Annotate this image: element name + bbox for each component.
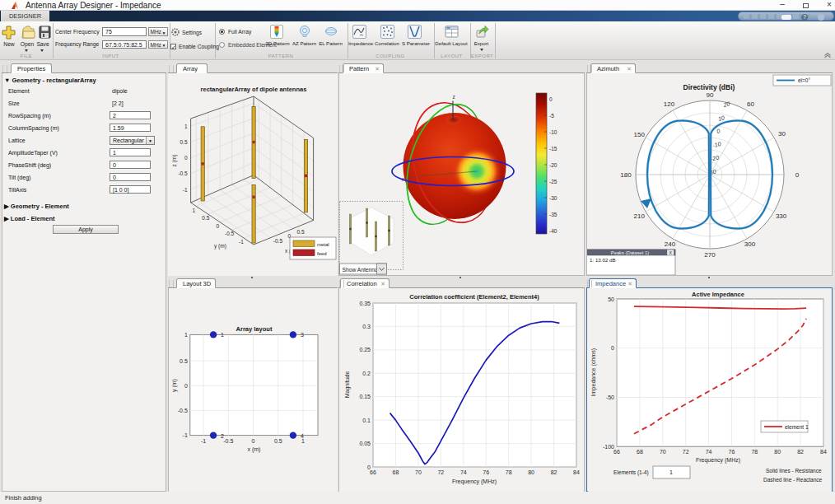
svg-text:-1: -1: [183, 432, 188, 438]
svg-text:120: 120: [664, 100, 675, 108]
svg-text:72: 72: [682, 449, 688, 455]
svg-text:82: 82: [797, 449, 804, 455]
svg-text:z: z: [452, 94, 455, 100]
svg-text:-20: -20: [549, 162, 557, 168]
svg-text:210: 210: [634, 212, 646, 220]
svg-text:1: 1: [301, 438, 305, 444]
svg-text:74: 74: [705, 449, 711, 455]
svg-text:0.35: 0.35: [359, 301, 371, 306]
svg-text:0.5: 0.5: [180, 358, 188, 364]
svg-text:z (m): z (m): [171, 155, 178, 167]
svg-text:240: 240: [665, 240, 676, 248]
svg-text:68: 68: [393, 469, 399, 475]
svg-text:80: 80: [774, 449, 781, 455]
svg-text:84: 84: [573, 469, 580, 475]
svg-text:330: 330: [776, 212, 787, 220]
svg-text:Impedance (ohms): Impedance (ohms): [590, 348, 597, 396]
svg-text:0: 0: [549, 96, 553, 102]
svg-text:Dashed line - Reactance: Dashed line - Reactance: [763, 477, 823, 483]
svg-text:0.25: 0.25: [359, 347, 371, 352]
svg-text:270: 270: [704, 251, 716, 259]
svg-text:-25: -25: [549, 179, 557, 184]
svg-text:1: 1: [192, 208, 195, 213]
svg-text:-1: -1: [201, 438, 206, 444]
svg-text:76: 76: [483, 469, 489, 475]
svg-text:metal: metal: [317, 242, 329, 247]
svg-text:50: 50: [608, 296, 614, 302]
svg-text:0: 0: [795, 171, 800, 179]
svg-text:-0.5: -0.5: [223, 438, 233, 444]
svg-text:70: 70: [415, 469, 422, 475]
svg-text:68: 68: [637, 449, 643, 455]
svg-text:-50: -50: [605, 394, 613, 400]
svg-text:60: 60: [747, 100, 754, 108]
svg-text:80: 80: [528, 469, 534, 475]
svg-text:0.5: 0.5: [180, 139, 188, 145]
svg-text:Magnitude: Magnitude: [344, 371, 351, 399]
svg-text:0: 0: [216, 223, 219, 229]
svg-text:66: 66: [613, 449, 620, 455]
svg-text:Directivity (dBi): Directivity (dBi): [683, 83, 735, 91]
svg-text:-35: -35: [549, 212, 557, 217]
svg-text:0.5: 0.5: [296, 229, 304, 235]
svg-text:Frequency (MHz): Frequency (MHz): [695, 457, 739, 464]
svg-text:0.5: 0.5: [274, 438, 282, 444]
svg-text:0: 0: [367, 464, 371, 470]
svg-text:Array layout: Array layout: [236, 325, 273, 333]
svg-text:Peaks (Dataset 1): Peaks (Dataset 1): [611, 250, 649, 255]
svg-text:0: 0: [611, 345, 614, 351]
svg-text:66: 66: [370, 469, 376, 475]
svg-text:-0.5: -0.5: [273, 238, 283, 244]
svg-text:3: 3: [301, 332, 304, 338]
svg-text:0.3: 0.3: [362, 324, 371, 329]
svg-text:78: 78: [506, 469, 512, 475]
svg-text:300: 300: [744, 240, 756, 248]
svg-text:Show Antenna: Show Antenna: [343, 267, 378, 273]
svg-text:Solid lines - Resistance: Solid lines - Resistance: [766, 468, 822, 474]
svg-text:150: 150: [634, 131, 646, 138]
svg-text:y (m): y (m): [214, 243, 226, 250]
svg-text:-1: -1: [239, 239, 244, 245]
svg-text:-0.5: -0.5: [225, 231, 235, 236]
svg-text:70: 70: [659, 449, 665, 455]
svg-text:0.5: 0.5: [202, 215, 209, 221]
svg-text:Correlation coefficient (Eleme: Correlation coefficient (Element2, Eleme…: [409, 293, 539, 301]
svg-text:-15: -15: [549, 146, 557, 152]
svg-text:0: 0: [184, 155, 188, 161]
svg-text:90: 90: [707, 91, 714, 99]
svg-text:72: 72: [437, 469, 444, 475]
svg-text:1: 13.02 dB: 1: 13.02 dB: [590, 257, 616, 263]
svg-text:74: 74: [460, 469, 467, 475]
svg-text:0.2: 0.2: [362, 371, 371, 376]
svg-text:-10: -10: [549, 129, 557, 135]
svg-text:1: 1: [184, 124, 188, 129]
svg-text:0: 0: [184, 383, 188, 389]
svg-text:0.1: 0.1: [362, 418, 371, 423]
svg-text:0.05: 0.05: [359, 441, 371, 446]
svg-text:-1: -1: [183, 187, 188, 193]
svg-text:1: 1: [669, 469, 673, 475]
svg-text:180: 180: [620, 171, 632, 179]
svg-text:-5: -5: [549, 113, 554, 119]
svg-text:0.15: 0.15: [359, 394, 371, 399]
svg-text:y (m): y (m): [171, 379, 178, 392]
svg-text:element 1: element 1: [785, 424, 809, 430]
svg-text:-0.5: -0.5: [178, 408, 188, 413]
svg-text:rectangularArray of dipole ant: rectangularArray of dipole antennas: [201, 86, 307, 93]
svg-text:-100: -100: [602, 444, 613, 450]
svg-text:1: 1: [184, 332, 188, 338]
svg-text:Elements (1-4): Elements (1-4): [613, 469, 649, 476]
svg-text:82: 82: [551, 469, 557, 475]
svg-text:X: X: [669, 250, 672, 255]
svg-text:Frequency (MHz): Frequency (MHz): [452, 478, 497, 485]
svg-text:30: 30: [778, 130, 786, 138]
svg-text:Active Impedance: Active Impedance: [692, 291, 744, 298]
svg-text:-40: -40: [549, 228, 557, 234]
svg-text:-0.5: -0.5: [178, 170, 188, 176]
svg-text:84: 84: [820, 449, 827, 455]
svg-text:x (m): x (m): [248, 446, 261, 453]
svg-text:78: 78: [751, 449, 758, 455]
svg-text:el=0°: el=0°: [798, 77, 810, 83]
svg-text:0: 0: [252, 438, 255, 444]
svg-text:1: 1: [221, 332, 224, 338]
